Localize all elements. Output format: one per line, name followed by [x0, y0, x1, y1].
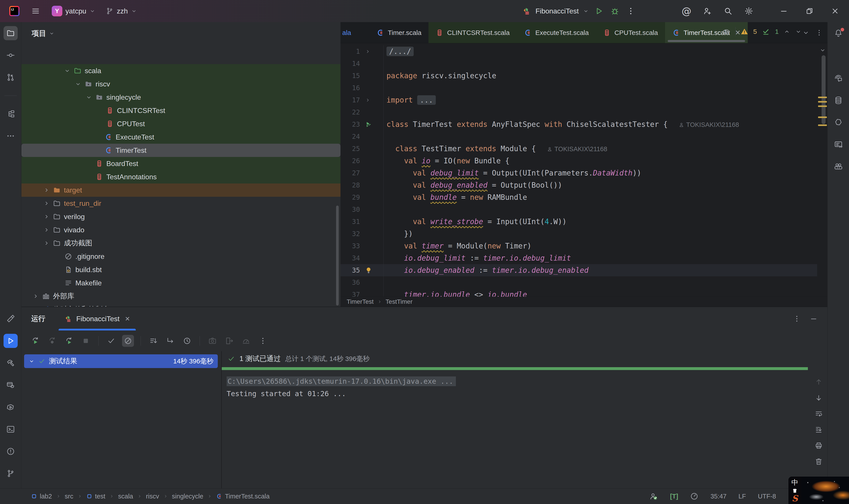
chevron-right-icon[interactable]: [43, 240, 50, 247]
tree-item-BoardTest[interactable]: BoardTest: [21, 157, 341, 170]
editor-tab-CLINTCSRTest.scala[interactable]: CLINTCSRTest.scala: [429, 22, 517, 43]
code-with-me-icon[interactable]: [701, 5, 713, 17]
code-line-24[interactable]: 24: [341, 130, 817, 143]
editor-tab-ExecuteTest.scala[interactable]: ExecuteTest.scala: [517, 22, 596, 43]
reader-mode-icon[interactable]: [722, 28, 730, 36]
coverage-button[interactable]: [240, 335, 252, 347]
collapse-all-button[interactable]: [164, 335, 176, 347]
scroll-to-end-button[interactable]: [814, 425, 824, 435]
code-line-37[interactable]: 37 timer.io.bundle <> io.bundle: [341, 288, 817, 297]
notifications-tool-button[interactable]: [831, 26, 846, 40]
run-button[interactable]: [593, 5, 605, 17]
tree-item-Makefile[interactable]: Makefile: [21, 276, 341, 290]
show-ignored-button[interactable]: [122, 335, 134, 347]
run-panel-options-icon[interactable]: [793, 315, 801, 323]
chevron-right-icon[interactable]: [32, 293, 39, 300]
status-breadcrumb-TimerTest.scala[interactable]: TimerTest.scala: [216, 493, 270, 500]
more-tool-windows-tool-button[interactable]: [3, 129, 18, 143]
commit-tool-button[interactable]: [3, 48, 18, 62]
stop-button[interactable]: [80, 335, 92, 347]
tab-list-chevron-icon[interactable]: [802, 29, 810, 36]
import-test-results-button[interactable]: [223, 335, 235, 347]
ime-language-toggle[interactable]: 中: [792, 478, 798, 487]
tree-item-target[interactable]: target: [21, 183, 341, 197]
search-everywhere-icon[interactable]: [722, 5, 734, 17]
chevron-right-icon[interactable]: [43, 200, 50, 207]
tree-item-vivado[interactable]: vivado: [21, 223, 341, 236]
status-breadcrumb-lab2[interactable]: lab2: [31, 493, 52, 500]
code-line-15[interactable]: 15package riscv.singlecycle: [341, 70, 817, 82]
chevron-down-icon[interactable]: [86, 94, 92, 101]
tree-item-成功截图[interactable]: 成功截图: [21, 236, 341, 250]
translation-plugin-badge[interactable]: [T]: [670, 493, 678, 500]
ime-logo[interactable]: S: [792, 494, 798, 503]
fold-chevron-icon[interactable]: [365, 49, 371, 54]
sbt-tool-button[interactable]: [831, 115, 846, 129]
code-line-34[interactable]: 34 io.debug_limit := timer.io.debug_limi…: [341, 252, 817, 264]
code-line-32[interactable]: 32 }): [341, 228, 817, 240]
more-run-actions-icon[interactable]: [625, 5, 637, 17]
folded-region[interactable]: /.../: [386, 47, 414, 56]
debug-button[interactable]: [609, 5, 621, 17]
chevron-right-icon[interactable]: [43, 213, 50, 220]
tree-item-build.sbt[interactable]: build.sbt: [21, 263, 341, 276]
run-tab[interactable]: FibonacciTest ✕: [59, 307, 136, 330]
code-line-22[interactable]: 22: [341, 106, 817, 118]
editor-tab-CPUTest.scala[interactable]: CPUTest.scala: [596, 22, 665, 43]
tree-item-TestAnnotations[interactable]: TestAnnotations: [21, 170, 341, 183]
tab-options-icon[interactable]: [815, 29, 823, 36]
next-problem-icon[interactable]: [795, 28, 802, 35]
warning-stripe-mark[interactable]: [818, 105, 827, 107]
rerun-failed-tests-button[interactable]: [46, 335, 58, 347]
database-tool-button[interactable]: [831, 93, 846, 107]
tree-item-test_run_dir[interactable]: test_run_dir: [21, 197, 341, 210]
tree-item-外部库[interactable]: 外部库: [21, 290, 341, 303]
pull-requests-tool-button[interactable]: [3, 70, 18, 85]
terminal-tool-button[interactable]: [3, 422, 18, 436]
sort-tests-button[interactable]: [147, 335, 159, 347]
project-tree-scrollbar[interactable]: [336, 205, 339, 306]
chevron-down-icon[interactable]: [75, 81, 82, 87]
project-panel-header[interactable]: 项目: [21, 22, 341, 44]
code-line-28[interactable]: 28 val debug_enabled = Output(Bool()): [341, 179, 817, 191]
warning-stripe-mark[interactable]: [818, 124, 827, 126]
status-breadcrumb-riscv[interactable]: riscv: [146, 493, 159, 500]
run-test-gutter-icon[interactable]: [365, 121, 372, 128]
code-line-36[interactable]: 36: [341, 276, 817, 288]
structure-tool-button[interactable]: [3, 107, 18, 121]
test-results-row[interactable]: 测试结果 14秒 396毫秒: [24, 354, 218, 368]
tree-item-scala[interactable]: scala: [21, 64, 341, 77]
restore-button[interactable]: [803, 5, 815, 17]
warning-stripe-mark[interactable]: [818, 96, 827, 98]
show-duration-button[interactable]: [181, 335, 193, 347]
license-status-icon[interactable]: [649, 492, 658, 501]
build-tool-button[interactable]: [3, 356, 18, 370]
code-line-30[interactable]: 30: [341, 203, 817, 216]
print-button[interactable]: [814, 440, 824, 451]
editor-scrollbar[interactable]: [821, 55, 826, 124]
memory-indicator-icon[interactable]: [690, 492, 699, 501]
chevron-down-icon[interactable]: [64, 68, 71, 74]
tree-item-.gitignore[interactable]: .gitignore: [21, 250, 341, 263]
line-separator[interactable]: LF: [738, 493, 746, 500]
run-tool-button[interactable]: [3, 334, 18, 348]
tree-item-CPUTest[interactable]: CPUTest: [21, 117, 341, 130]
project-tool-button[interactable]: [3, 26, 18, 40]
tree-item-riscv[interactable]: riscv: [21, 77, 341, 91]
show-passed-button[interactable]: [105, 335, 117, 347]
code-line-16[interactable]: 16: [341, 82, 817, 94]
problems-tool-button[interactable]: [3, 444, 18, 458]
chevron-right-icon[interactable]: [43, 187, 50, 194]
editor-tab-Timer.scala[interactable]: Timer.scala: [369, 22, 429, 43]
code-line-33[interactable]: 33 val timer = Module(new Timer): [341, 240, 817, 252]
intention-bulb-icon[interactable]: [365, 267, 372, 274]
vcs-widget[interactable]: zzh: [106, 7, 137, 15]
main-menu-icon[interactable]: [30, 5, 41, 17]
code-line-17[interactable]: 17import ...: [341, 94, 817, 106]
sbt-shell-tool-button[interactable]: [3, 400, 18, 414]
soft-wrap-button[interactable]: [814, 409, 824, 419]
tree-item-verilog[interactable]: verilog: [21, 210, 341, 223]
code-line-35[interactable]: 35 io.debug_enabled := timer.io.debug_en…: [341, 264, 817, 276]
ai-assistant-chat-tool-button[interactable]: [831, 71, 846, 85]
close-button[interactable]: [829, 5, 841, 17]
